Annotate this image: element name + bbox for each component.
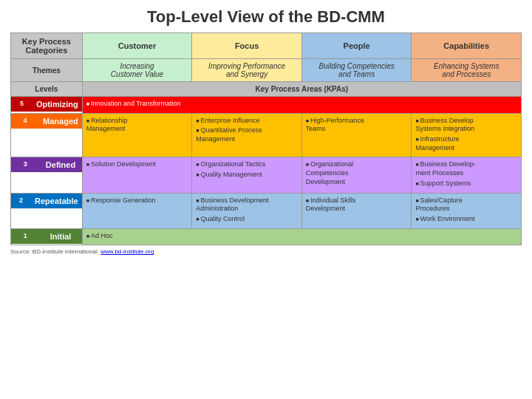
level-4-col1: RelationshipManagement — [82, 113, 192, 157]
focus-header: Focus — [192, 33, 302, 59]
level-1-name: Initial — [39, 229, 81, 244]
source-url[interactable]: www.bd-institute.org — [100, 248, 154, 255]
level-2-col1: Response Generation — [82, 193, 192, 228]
level-2-col4: Sales/CaptureProcedures Work Environment — [412, 193, 522, 228]
list-item: Ad Hoc — [86, 232, 517, 241]
list-item: OrganizationalCompetenciesDevelopment — [306, 160, 408, 186]
level-3-name: Defined — [39, 157, 81, 172]
level-3-col4: Business Develop-ment Processes Support … — [412, 157, 522, 193]
list-item: RelationshipManagement — [86, 117, 188, 134]
customer-header: Customer — [82, 33, 192, 59]
list-item: Business DevelopmentAdministration — [196, 197, 298, 214]
list-item: High-PerformanceTeams — [306, 117, 408, 134]
level-2-name: Repeatable — [31, 194, 82, 208]
themes-row: Themes IncreasingCustomer Value Improvin… — [11, 59, 522, 82]
theme-focus: Improving Performanceand Synergy — [192, 59, 302, 82]
list-item: Response Generation — [86, 197, 188, 205]
list-item: InfrastructureManagement — [415, 135, 517, 152]
list-item: Sales/CaptureProcedures — [415, 197, 517, 214]
list-item: Quality Control — [196, 215, 298, 224]
level-3-num: 3 — [11, 157, 39, 172]
level-2-num: 2 — [11, 194, 31, 208]
level-4-num: 4 — [11, 114, 39, 129]
theme-capabilities: Enhancing Systemsand Processes — [412, 59, 522, 82]
level-4-col3: High-PerformanceTeams — [301, 113, 412, 157]
levels-kpa-row: Levels Key Process Areas (KPAs) — [11, 82, 522, 97]
people-header: People — [301, 33, 412, 59]
list-item: Organizational Tactics — [196, 160, 298, 169]
level-5-row: 5 Optimizing Innovation and Transformati… — [11, 97, 522, 114]
list-item: Quantitative ProcessManagement — [196, 126, 298, 143]
level-4-name: Managed — [39, 114, 82, 129]
list-item: Work Environment — [415, 215, 517, 224]
level-4-col4: Business DevelopSystems Integration Infr… — [412, 113, 522, 157]
key-process-label: Key ProcessCategories — [11, 33, 83, 59]
themes-label: Themes — [11, 59, 83, 82]
list-item: Support Systems — [415, 180, 517, 188]
level-3-col1: Solution Development — [82, 157, 192, 193]
level-5-name: Optimizing — [33, 97, 82, 112]
source-label: Source: BD-Institute International — [10, 248, 98, 255]
level-3-row: 3 Defined Solution Development Organizat… — [11, 157, 522, 193]
level-2-col3: Individual SkillsDevelopment — [301, 193, 412, 228]
level-5-content: Innovation and Transformation — [82, 97, 521, 114]
level-1-num: 1 — [11, 229, 39, 244]
level-1-content: Ad Hoc — [82, 228, 521, 245]
list-item: Individual SkillsDevelopment — [306, 197, 408, 214]
level-1-row: 1 Initial Ad Hoc — [11, 228, 522, 245]
header-row: Key ProcessCategories Customer Focus Peo… — [11, 33, 522, 59]
level-5-num: 5 — [11, 97, 33, 112]
page: Top-Level View of the BD-CMM Key Process… — [0, 0, 532, 399]
level-2-row: 2 Repeatable Response Generation Busines… — [11, 193, 522, 228]
level-4-row: 4 Managed RelationshipManagement Enterpr… — [11, 113, 522, 157]
theme-people: Building Competenciesand Teams — [301, 59, 412, 82]
list-item: Innovation and Transformation — [86, 100, 517, 109]
list-item: Enterprise Influence — [196, 117, 298, 126]
level-4-col2: Enterprise Influence Quantitative Proces… — [192, 113, 302, 157]
levels-label: Levels — [11, 82, 83, 97]
list-item: Quality Management — [196, 171, 298, 180]
page-title: Top-Level View of the BD-CMM — [10, 7, 522, 27]
list-item: Business DevelopSystems Integration — [415, 117, 517, 134]
capabilities-header: Capabilities — [412, 33, 522, 59]
list-item: Solution Development — [86, 160, 188, 169]
kpa-label: Key Process Areas (KPAs) — [82, 82, 521, 97]
level-2-col2: Business DevelopmentAdministration Quali… — [192, 193, 302, 228]
source-line: Source: BD-Institute International www.b… — [10, 248, 522, 255]
main-table: Key ProcessCategories Customer Focus Peo… — [10, 33, 522, 245]
list-item: Business Develop-ment Processes — [415, 160, 517, 177]
theme-customer: IncreasingCustomer Value — [82, 59, 192, 82]
level-3-col2: Organizational Tactics Quality Managemen… — [192, 157, 302, 193]
level-3-col3: OrganizationalCompetenciesDevelopment — [301, 157, 412, 193]
